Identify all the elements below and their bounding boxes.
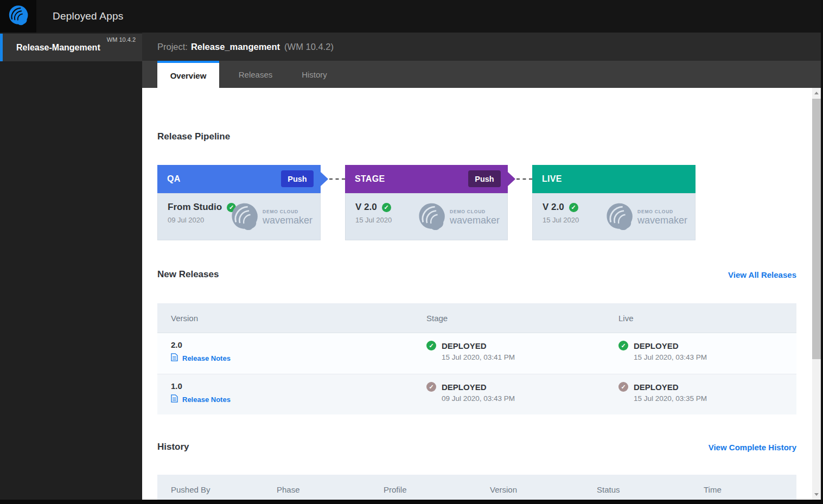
window-right-edge [821, 0, 823, 504]
document-icon [171, 394, 178, 405]
push-button-qa[interactable]: Push [281, 170, 314, 187]
wavemaker-wave-icon [231, 202, 259, 233]
wavemaker-logo[interactable] [0, 0, 36, 33]
view-complete-history-link[interactable]: View Complete History [709, 443, 796, 452]
archived-check-icon: ✓ [618, 382, 628, 392]
release-version: 1.0 [171, 381, 231, 391]
release-notes-link[interactable]: Release Notes [171, 394, 231, 405]
sidebar-item-project[interactable]: Release-Mangement WM 10.4.2 [0, 34, 142, 61]
horizontal-scrollbar[interactable] [0, 500, 823, 504]
stage-status: ✓ DEPLOYED 15 Jul 2020, 03:41 PM [426, 341, 515, 361]
success-check-icon: ✓ [618, 341, 628, 350]
pipeline-card-stage: STAGE Push V 2.0 ✓ 15 Jul 2020 [345, 165, 508, 240]
stage-arrow-icon [321, 172, 328, 186]
success-check-icon: ✓ [426, 341, 436, 350]
pipeline-card-live: LIVE V 2.0 ✓ 15 Jul 2020 [532, 165, 696, 240]
history-table: Pushed By Phase Profile Version Status T… [157, 475, 796, 500]
archived-check-icon: ✓ [426, 382, 436, 392]
wavemaker-wave-icon [418, 202, 446, 233]
release-version: 2.0 [171, 340, 231, 349]
stage-name-qa: QA [167, 174, 181, 184]
pipeline-card-qa: QA Push From Studio ✓ 09 Jul 2020 [157, 165, 321, 240]
tab-overview[interactable]: Overview [157, 61, 219, 88]
history-title: History [157, 442, 189, 452]
sidebar-project-name: Release-Mangement [16, 43, 100, 53]
document-icon [171, 353, 178, 363]
live-deploy-time: 15 Jul 2020, 03:43 PM [634, 353, 707, 361]
qa-version-label: From Studio [168, 202, 222, 213]
stage-arrow-icon [508, 172, 515, 186]
wavemaker-wave-icon [8, 5, 29, 28]
vertical-scrollbar[interactable] [812, 88, 821, 500]
stage-deploy-date: 15 Jul 2020 [355, 216, 392, 224]
new-releases-table: Version Stage Live 2.0 Release Notes [157, 303, 796, 414]
new-releases-title: New Releases [157, 269, 219, 280]
wavemaker-wave-icon [605, 202, 634, 233]
stage-deploy-time: 09 Jul 2020, 03:43 PM [442, 394, 515, 403]
tab-history[interactable]: History [289, 61, 340, 88]
live-status: ✓ DEPLOYED 15 Jul 2020, 03:43 PM [618, 341, 707, 361]
stage-name-live: LIVE [542, 174, 562, 184]
table-row: 2.0 Release Notes ✓ DEPLOYED 15 Ju [157, 333, 796, 374]
view-all-releases-link[interactable]: View All Releases [728, 270, 796, 279]
qa-deploy-date: 09 Jul 2020 [168, 216, 236, 224]
pipeline-connector [329, 178, 345, 180]
table-header: Version Stage Live [157, 303, 796, 333]
project-label: Project: [157, 42, 188, 52]
tab-releases[interactable]: Releases [229, 61, 282, 88]
project-version: (WM 10.4.2) [284, 42, 334, 52]
scrollbar-thumb[interactable] [812, 99, 821, 359]
release-notes-link[interactable]: Release Notes [171, 353, 231, 363]
page-title: Deployed Apps [53, 0, 123, 33]
push-button-stage[interactable]: Push [468, 170, 501, 187]
demo-cloud-brand: DEMO CLOUD wavemaker [231, 202, 312, 233]
overview-panel: Release Pipeline QA Push From Studio ✓ 0… [142, 88, 821, 500]
release-pipeline-title: Release Pipeline [157, 131, 230, 142]
success-check-icon: ✓ [569, 203, 578, 212]
success-check-icon: ✓ [382, 203, 391, 212]
live-deploy-time: 15 Jul 2020, 03:35 PM [634, 394, 707, 403]
sidebar: Release-Mangement WM 10.4.2 [0, 33, 142, 500]
project-header: Project:Release_mangement(WM 10.4.2) [142, 33, 823, 61]
stage-version-label: V 2.0 [355, 202, 377, 213]
tab-bar: Overview Releases History [142, 61, 823, 88]
scroll-down-arrow-icon[interactable] [814, 493, 819, 496]
live-status: ✓ DEPLOYED 15 Jul 2020, 03:35 PM [618, 382, 707, 403]
pipeline-connector [516, 178, 532, 180]
stage-status: ✓ DEPLOYED 09 Jul 2020, 03:43 PM [426, 382, 515, 403]
demo-cloud-brand: DEMO CLOUD wavemaker [605, 202, 687, 233]
demo-cloud-brand: DEMO CLOUD wavemaker [418, 202, 500, 233]
table-header: Pushed By Phase Profile Version Status T… [157, 475, 796, 500]
table-row: 1.0 Release Notes ✓ DEPLOYED 09 Ju [157, 374, 796, 414]
stage-deploy-time: 15 Jul 2020, 03:41 PM [442, 353, 515, 361]
project-name: Release_mangement [191, 42, 280, 52]
sidebar-project-version-badge: WM 10.4.2 [107, 36, 136, 43]
stage-name-stage: STAGE [355, 174, 385, 184]
live-deploy-date: 15 Jul 2020 [543, 216, 579, 224]
live-version-label: V 2.0 [543, 202, 564, 213]
scroll-up-arrow-icon[interactable] [814, 92, 819, 94]
top-app-bar: Deployed Apps [0, 0, 823, 33]
